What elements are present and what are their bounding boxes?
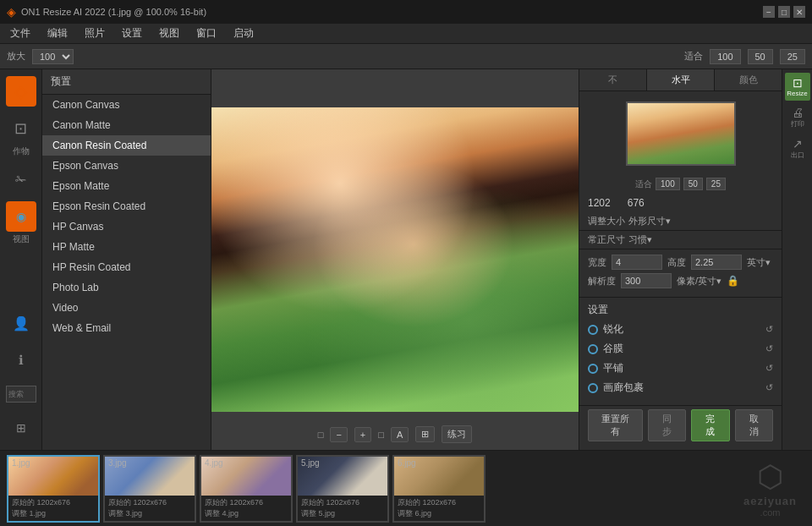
resolution-unit-label[interactable]: 像素/英寸▾ bbox=[677, 275, 721, 288]
sidebar-info-icon[interactable]: ℹ bbox=[6, 345, 36, 375]
preview-100-btn[interactable]: 100 bbox=[656, 178, 680, 190]
preset-photo-lab[interactable]: Photo Lab bbox=[42, 277, 211, 298]
print-tab-label: 打印 bbox=[787, 119, 809, 129]
settings-valley-row: 谷膜 ↺ bbox=[588, 342, 773, 356]
menu-file[interactable]: 文件 bbox=[7, 25, 34, 42]
unit-label[interactable]: 英寸▾ bbox=[747, 256, 771, 269]
reset-all-btn[interactable]: 重置所有 bbox=[588, 409, 643, 441]
film-orig-3: 原始的 1202x676 bbox=[301, 497, 384, 508]
sidebar-logo[interactable]: ◈ bbox=[6, 76, 36, 107]
resize-size-label: 调整大小 bbox=[588, 215, 625, 227]
sidebar-resize-icon[interactable]: ⊡ bbox=[6, 113, 36, 144]
settings-sharpen-row: 锐化 ↺ bbox=[588, 322, 773, 337]
preset-canon-canvas[interactable]: Canon Canvas bbox=[42, 95, 211, 115]
valley-reset[interactable]: ↺ bbox=[765, 343, 773, 354]
watermark: ⬡ aeziyuan .com bbox=[743, 459, 797, 518]
title-bar-left: ◈ ON1 Resize AI 2022 (1.jpg @ 100.0% 16-… bbox=[7, 5, 206, 19]
film-label-3: 调整 5.jpg bbox=[301, 508, 384, 519]
preset-epson-canvas[interactable]: Epson Canvas bbox=[42, 156, 211, 176]
export-tab-icon[interactable]: ↗ 出口 bbox=[785, 134, 810, 163]
gallery-radio[interactable] bbox=[588, 383, 598, 393]
sidebar-person-icon[interactable]: 👤 bbox=[6, 308, 36, 338]
sidebar-layout-icon[interactable]: ⊞ bbox=[6, 413, 36, 443]
film-item-3[interactable]: 5.jpg 原始的 1202x676 调整 5.jpg bbox=[296, 455, 389, 523]
fit-50-btn[interactable]: 50 bbox=[748, 49, 773, 64]
sharpen-radio[interactable] bbox=[588, 325, 598, 335]
width-input[interactable] bbox=[612, 255, 662, 270]
preset-epson-resin[interactable]: Epson Resin Coated bbox=[42, 196, 211, 216]
preview-50-btn[interactable]: 50 bbox=[683, 178, 703, 190]
preset-size-select[interactable]: 习惯▾ bbox=[628, 233, 652, 246]
canvas-zoom-out[interactable]: − bbox=[330, 427, 347, 442]
tile-reset[interactable]: ↺ bbox=[765, 363, 773, 374]
film-item-4[interactable]: 6.jpg 原始的 1202x676 调整 6.jpg bbox=[392, 455, 486, 523]
tile-radio[interactable] bbox=[588, 364, 598, 374]
menu-edit[interactable]: 编辑 bbox=[44, 25, 71, 42]
preview-thumbnail bbox=[626, 101, 736, 166]
zoom-select[interactable]: 100755025 bbox=[32, 49, 74, 64]
preset-epson-matte[interactable]: Epson Matte bbox=[42, 176, 211, 196]
gallery-reset[interactable]: ↺ bbox=[765, 382, 773, 393]
preset-row: 常正尺寸 习惯▾ bbox=[579, 231, 782, 249]
right-panel: 不 水平 颜色 适合 100 50 25 1202 676 调整大小 外形尺寸▾ bbox=[579, 69, 782, 450]
tab-bu[interactable]: 不 bbox=[579, 69, 647, 90]
watermark-icon: ⬡ bbox=[743, 459, 797, 495]
sync-btn[interactable]: 同步 bbox=[648, 409, 686, 441]
preset-hp-matte[interactable]: HP Matte bbox=[42, 237, 211, 257]
valley-label: 谷膜 bbox=[603, 342, 623, 356]
preset-video[interactable]: Video bbox=[42, 298, 211, 318]
menu-window[interactable]: 窗口 bbox=[193, 25, 220, 42]
tab-horizontal[interactable]: 水平 bbox=[647, 69, 715, 90]
menu-view[interactable]: 视图 bbox=[156, 25, 183, 42]
preset-web-email[interactable]: Web & Email bbox=[42, 318, 211, 338]
sharpen-reset[interactable]: ↺ bbox=[765, 324, 773, 335]
canvas-practice-btn[interactable]: 练习 bbox=[442, 425, 472, 443]
right-sidebar: ⊡ Resize 🖨 打印 ↗ 出口 bbox=[782, 69, 812, 450]
search-input[interactable] bbox=[6, 386, 36, 403]
sidebar-view-icon[interactable]: ◉ bbox=[6, 201, 36, 232]
toolbar: 放大 100755025 适合 100 50 25 bbox=[0, 44, 812, 69]
film-item-2[interactable]: 4.jpg 原始的 1202x676 调整 4.jpg bbox=[200, 455, 293, 523]
preset-canon-resin[interactable]: Canon Resin Coated bbox=[42, 135, 211, 156]
filmstrip: 1.jpg 原始的 1202x676 调整 1.jpg 3.jpg 原始的 12… bbox=[0, 450, 812, 526]
film-item-1[interactable]: 3.jpg 原始的 1202x676 调整 3.jpg bbox=[103, 455, 196, 523]
height-input[interactable] bbox=[691, 255, 742, 270]
canvas-zoom-in[interactable]: + bbox=[354, 427, 371, 442]
film-item-0[interactable]: 1.jpg 原始的 1202x676 调整 1.jpg bbox=[7, 455, 100, 523]
tab-color[interactable]: 颜色 bbox=[715, 69, 782, 90]
cancel-btn[interactable]: 取消 bbox=[735, 409, 773, 441]
canvas-text-btn[interactable]: A bbox=[391, 427, 409, 442]
maximize-button[interactable]: □ bbox=[778, 6, 790, 18]
menu-settings[interactable]: 设置 bbox=[118, 25, 145, 42]
canvas-tool-btn[interactable]: ⊞ bbox=[415, 426, 435, 442]
valley-radio[interactable] bbox=[588, 344, 598, 354]
film-info-3: 原始的 1202x676 调整 5.jpg bbox=[298, 496, 387, 521]
fit-100-btn[interactable]: 100 bbox=[710, 49, 740, 64]
sharpen-label: 锐化 bbox=[603, 322, 623, 337]
preset-hp-canvas[interactable]: HP Canvas bbox=[42, 216, 211, 237]
film-title-4: 6.jpg bbox=[398, 458, 416, 468]
print-tab-icon[interactable]: 🖨 打印 bbox=[785, 102, 810, 132]
menu-photo[interactable]: 照片 bbox=[81, 25, 108, 42]
preview-25-btn[interactable]: 25 bbox=[706, 178, 726, 190]
done-btn[interactable]: 完成 bbox=[691, 409, 729, 441]
menu-bar: 文件 编辑 照片 设置 视图 窗口 启动 bbox=[0, 24, 812, 44]
close-button[interactable]: ✕ bbox=[793, 6, 805, 18]
resize-tab-icon[interactable]: ⊡ Resize bbox=[785, 73, 810, 101]
film-info-0: 原始的 1202x676 调整 1.jpg bbox=[8, 496, 98, 521]
resolution-row: 解析度 像素/英寸▾ 🔒 bbox=[588, 273, 773, 288]
resolution-input[interactable] bbox=[621, 273, 672, 288]
fit-25-btn[interactable]: 25 bbox=[780, 49, 805, 64]
minimize-button[interactable]: − bbox=[763, 6, 775, 18]
window-controls: − □ ✕ bbox=[763, 6, 805, 18]
sidebar-crop-icon[interactable]: ✁ bbox=[6, 164, 36, 195]
resolution-lock-icon[interactable]: 🔒 bbox=[727, 275, 739, 287]
wh-section: 宽度 高度 英寸▾ 解析度 像素/英寸▾ 🔒 bbox=[579, 249, 782, 298]
size-type-label[interactable]: 外形尺寸▾ bbox=[628, 215, 671, 227]
panel-header: 预置 bbox=[42, 69, 211, 95]
film-label-0: 调整 1.jpg bbox=[12, 508, 95, 519]
preset-hp-resin[interactable]: HP Resin Coated bbox=[42, 257, 211, 277]
preset-canon-matte[interactable]: Canon Matte bbox=[42, 115, 211, 135]
film-title-2: 4.jpg bbox=[205, 458, 223, 468]
menu-launch[interactable]: 启动 bbox=[230, 25, 257, 42]
